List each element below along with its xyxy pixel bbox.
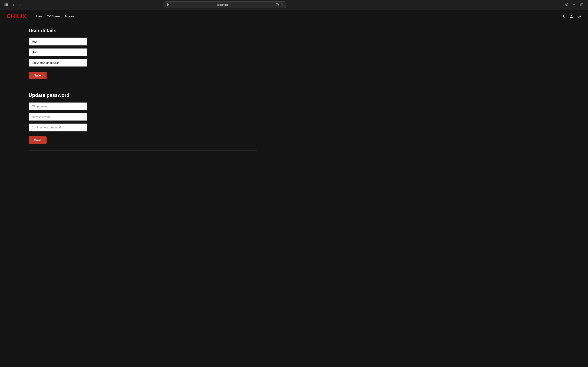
logo[interactable]: CHILIX: [7, 13, 26, 20]
url-text: localhost: [171, 3, 274, 6]
search-icon: [561, 14, 565, 18]
new-password-input[interactable]: [29, 113, 87, 121]
search-button[interactable]: [561, 14, 565, 18]
user-details-form: [29, 38, 257, 67]
windows-button[interactable]: [579, 2, 585, 8]
last-name-input[interactable]: [29, 48, 87, 56]
refresh-icon[interactable]: [281, 3, 283, 7]
sidebar-icon: [4, 3, 8, 7]
translate-icon: [276, 3, 279, 7]
browser-chrome: ‹ › localhost +: [0, 0, 588, 10]
nav-movies-link[interactable]: Movies: [65, 15, 74, 18]
user-details-title: User details: [29, 28, 257, 33]
email-input[interactable]: [29, 59, 87, 67]
svg-rect-2: [581, 4, 582, 5]
update-password-section: Update password Save: [29, 92, 257, 144]
sidebar-toggle-button[interactable]: [3, 2, 9, 8]
svg-rect-4: [581, 5, 582, 6]
nav-icons: [561, 14, 581, 18]
nav-tvshows-link[interactable]: TV Shows: [47, 15, 60, 18]
navbar: CHILIX Home TV Shows Movies: [0, 10, 588, 23]
svg-rect-5: [582, 5, 583, 6]
browser-actions: +: [563, 2, 585, 8]
svg-rect-0: [4, 3, 6, 6]
svg-rect-1: [6, 3, 8, 6]
shield-icon: [166, 3, 169, 7]
addressbar-icons: [276, 3, 283, 7]
section-divider-1: [29, 86, 257, 86]
logout-icon: [577, 14, 581, 18]
confirm-password-input[interactable]: [29, 123, 87, 132]
user-button[interactable]: [569, 14, 573, 18]
forward-button[interactable]: ›: [18, 2, 24, 8]
update-password-title: Update password: [29, 92, 257, 98]
first-name-input[interactable]: [29, 38, 87, 46]
user-icon: [569, 14, 573, 18]
logout-button[interactable]: [577, 14, 581, 18]
back-button[interactable]: ‹: [11, 2, 16, 8]
share-button[interactable]: [563, 2, 569, 8]
user-details-section: User details Save: [29, 28, 257, 79]
nav-home-link[interactable]: Home: [35, 15, 42, 18]
update-password-form: [29, 102, 257, 132]
address-bar[interactable]: localhost: [164, 1, 286, 8]
new-tab-button[interactable]: +: [571, 2, 577, 8]
update-password-save-button[interactable]: Save: [29, 136, 47, 144]
section-divider-2: [29, 150, 257, 150]
svg-rect-3: [582, 4, 583, 5]
old-password-input[interactable]: [29, 102, 87, 110]
browser-controls: ‹ ›: [3, 2, 24, 8]
user-details-save-button[interactable]: Save: [29, 72, 47, 79]
nav-links: Home TV Shows Movies: [35, 15, 74, 18]
main-content: User details Save Update password Save: [0, 23, 286, 162]
